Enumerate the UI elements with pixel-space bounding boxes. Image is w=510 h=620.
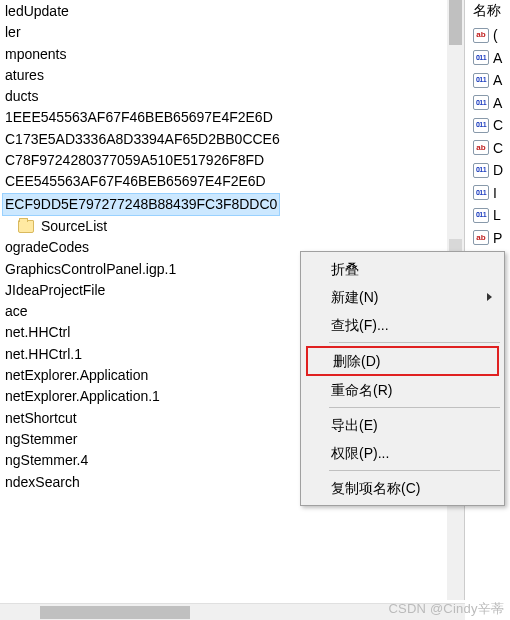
value-item-label: D <box>493 159 503 182</box>
reg-binary-icon: 011 <box>473 163 489 178</box>
value-item[interactable]: abP <box>473 227 510 250</box>
menu-separator <box>329 342 500 343</box>
tree-item[interactable]: C173E5AD3336A8D3394AF65D2BB0CCE6 <box>0 129 464 150</box>
tree-item-label: ler <box>2 22 24 43</box>
reg-string-icon: ab <box>473 28 489 43</box>
tree-item-label: netExplorer.Application <box>2 365 151 386</box>
menu-item-label: 折叠 <box>331 261 359 277</box>
tree-item-label: ngStemmer.4 <box>2 450 91 471</box>
menu-item-label: 查找(F)... <box>331 317 389 333</box>
tree-item-label: mponents <box>2 44 69 65</box>
value-item-label: L <box>493 204 501 227</box>
menu-item-label: 删除(D) <box>333 353 380 369</box>
folder-icon <box>18 220 34 233</box>
tree-item-label: ngStemmer <box>2 429 80 450</box>
tree-item[interactable]: C78F9724280377059A510E517926F8FD <box>0 150 464 171</box>
tree-item-label: CEE545563AF67F46BEB65697E4F2E6D <box>2 171 269 192</box>
value-item[interactable]: 011I <box>473 182 510 205</box>
tree-item-label: net.HHCtrl.1 <box>2 344 85 365</box>
tree-item[interactable]: ducts <box>0 86 464 107</box>
value-item-label: I <box>493 182 497 205</box>
menu-item[interactable]: 权限(P)... <box>303 439 502 467</box>
tree-item-label: ogradeCodes <box>2 237 92 258</box>
menu-item[interactable]: 重命名(R) <box>303 376 502 404</box>
tree-item[interactable]: atures <box>0 65 464 86</box>
reg-binary-icon: 011 <box>473 73 489 88</box>
value-item[interactable]: 011C <box>473 114 510 137</box>
value-item-label: C <box>493 114 503 137</box>
menu-item[interactable]: 复制项名称(C) <box>303 474 502 502</box>
watermark: CSDN @Cindy辛蒂 <box>389 600 504 618</box>
tree-item[interactable]: mponents <box>0 44 464 65</box>
tree-item-label: SourceList <box>38 216 110 237</box>
context-menu[interactable]: 折叠新建(N)查找(F)...删除(D)重命名(R)导出(E)权限(P)...复… <box>300 251 505 506</box>
tree-item-label: C78F9724280377059A510E517926F8FD <box>2 150 267 171</box>
value-item[interactable]: abC <box>473 137 510 160</box>
reg-binary-icon: 011 <box>473 118 489 133</box>
vertical-scroll-track-mark <box>449 239 462 251</box>
value-item-label: C <box>493 137 503 160</box>
tree-item[interactable]: SourceList <box>0 216 464 237</box>
value-item-label: A <box>493 69 502 92</box>
tree-item-label: net.HHCtrl <box>2 322 73 343</box>
tree-item-label: GraphicsControlPanel.igp.1 <box>2 259 179 280</box>
tree-item-label: ace <box>2 301 31 322</box>
value-item-label: A <box>493 47 502 70</box>
tree-item-label: ledUpdate <box>2 1 72 22</box>
tree-item[interactable]: 1EEE545563AF67F46BEB65697E4F2E6D <box>0 107 464 128</box>
reg-binary-icon: 011 <box>473 50 489 65</box>
menu-separator <box>329 407 500 408</box>
horizontal-scroll-thumb[interactable] <box>40 606 190 619</box>
vertical-scroll-thumb[interactable] <box>449 0 462 45</box>
reg-binary-icon: 011 <box>473 208 489 223</box>
value-item[interactable]: 011D <box>473 159 510 182</box>
value-item-label: P <box>493 227 502 250</box>
value-item[interactable]: 011L <box>473 204 510 227</box>
menu-item[interactable]: 折叠 <box>303 255 502 283</box>
reg-string-icon: ab <box>473 230 489 245</box>
menu-item[interactable]: 导出(E) <box>303 411 502 439</box>
values-header-name[interactable]: 名称 <box>473 2 510 24</box>
menu-item[interactable]: 新建(N) <box>303 283 502 311</box>
tree-item-label: 1EEE545563AF67F46BEB65697E4F2E6D <box>2 107 276 128</box>
tree-item[interactable]: ECF9DD5E797277248B88439FC3F8DDC0 <box>0 193 464 216</box>
tree-item-label: ECF9DD5E797277248B88439FC3F8DDC0 <box>2 193 280 216</box>
tree-item-label: netShortcut <box>2 408 80 429</box>
tree-item[interactable]: ler <box>0 22 464 43</box>
menu-item-label: 新建(N) <box>331 289 378 305</box>
tree-item-label: atures <box>2 65 47 86</box>
value-item[interactable]: 011A <box>473 92 510 115</box>
chevron-right-icon <box>487 293 492 301</box>
tree-item[interactable]: CEE545563AF67F46BEB65697E4F2E6D <box>0 171 464 192</box>
tree-item-label: JIdeaProjectFile <box>2 280 108 301</box>
menu-item-label: 权限(P)... <box>331 445 389 461</box>
menu-item-label: 复制项名称(C) <box>331 480 420 496</box>
value-item[interactable]: ab( <box>473 24 510 47</box>
reg-string-icon: ab <box>473 140 489 155</box>
value-item-label: A <box>493 92 502 115</box>
menu-separator <box>329 470 500 471</box>
tree-item-label: ndexSearch <box>2 472 83 493</box>
value-item-label: ( <box>493 24 498 47</box>
menu-item-label: 导出(E) <box>331 417 378 433</box>
tree-item-label: C173E5AD3336A8D3394AF65D2BB0CCE6 <box>2 129 283 150</box>
menu-item[interactable]: 查找(F)... <box>303 311 502 339</box>
menu-item-label: 重命名(R) <box>331 382 392 398</box>
tree-item-label: ducts <box>2 86 41 107</box>
tree-item-label: netExplorer.Application.1 <box>2 386 163 407</box>
reg-binary-icon: 011 <box>473 185 489 200</box>
tree-item[interactable]: ledUpdate <box>0 1 464 22</box>
value-item[interactable]: 011A <box>473 69 510 92</box>
reg-binary-icon: 011 <box>473 95 489 110</box>
value-item[interactable]: 011A <box>473 47 510 70</box>
menu-item[interactable]: 删除(D) <box>306 346 499 376</box>
